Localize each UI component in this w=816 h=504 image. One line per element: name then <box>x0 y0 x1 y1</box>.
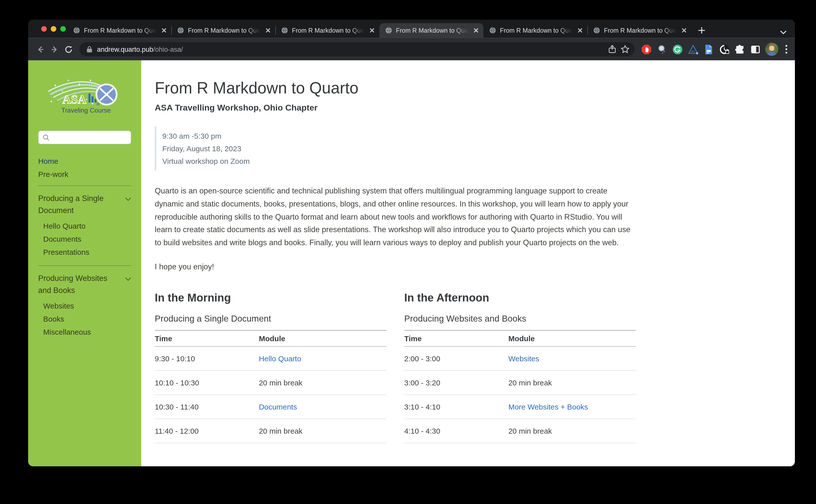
extensions-puzzle-icon[interactable] <box>734 44 745 55</box>
time-cell: 2:00 - 3:00 <box>404 346 508 371</box>
afternoon-column: In the Afternoon Producing Websites and … <box>404 291 636 443</box>
window-minimize-button[interactable] <box>51 26 56 32</box>
session-clock-extension-icon[interactable] <box>719 44 730 55</box>
time-cell: 11:40 - 12:00 <box>155 419 259 443</box>
globe-favicon <box>177 27 184 34</box>
sidebar-search-input[interactable] <box>38 131 131 144</box>
sidebar: ASA ® Traveling Course Home Pre-work Pro… <box>28 60 141 466</box>
grammarly-extension-icon[interactable] <box>672 44 683 55</box>
intro-paragraph: Quarto is an open-source scientific and … <box>155 184 636 249</box>
web-page: ASA ® Traveling Course Home Pre-work Pro… <box>28 60 795 466</box>
sidebar-item-home[interactable]: Home <box>38 155 131 168</box>
chevron-down-icon[interactable] <box>125 275 131 281</box>
afternoon-subheading: Producing Websites and Books <box>404 313 636 324</box>
sidebar-item-documents[interactable]: Documents <box>43 233 131 246</box>
table-row: 10:30 - 11:40 Documents <box>155 395 386 419</box>
morning-subheading: Producing a Single Document <box>155 313 386 324</box>
tab-close-icon[interactable] <box>161 27 167 34</box>
side-panel-icon[interactable] <box>750 44 761 55</box>
tab-search-chevron-icon[interactable] <box>780 30 787 35</box>
module-link[interactable]: Websites <box>508 346 636 371</box>
time-cell: 3:00 - 3:20 <box>404 371 508 395</box>
sidebar-nav: Home Pre-work Producing a Single Documen… <box>38 155 131 339</box>
module-cell: 20 min break <box>508 419 636 443</box>
tab-title: From R Markdown to Quar <box>604 27 679 34</box>
table-row: 10:10 - 10:30 20 min break <box>155 371 386 395</box>
module-cell: 20 min break <box>508 371 636 395</box>
sidebar-item-presentations[interactable]: Presentations <box>43 246 131 259</box>
tab-close-icon[interactable] <box>265 27 271 34</box>
sidebar-item-books[interactable]: Books <box>43 313 131 326</box>
event-details-callout: 9:30 am -5:30 pm Friday, August 18, 2023… <box>155 127 636 170</box>
chevron-down-icon[interactable] <box>125 195 131 201</box>
table-row: 9:30 - 10:10 Hello Quarto <box>155 346 386 371</box>
tab-title: From R Markdown to Quar <box>500 27 575 34</box>
schedule-grid: In the Morning Producing a Single Docume… <box>155 291 636 443</box>
url-path: /ohio-asa/ <box>153 45 183 53</box>
logo-registered-mark: ® <box>96 102 99 106</box>
asa-traveling-course-logo: ASA ® Traveling Course <box>44 74 125 117</box>
url-domain: andrew.quarto.pub <box>97 45 153 53</box>
sidebar-divider <box>38 265 131 266</box>
module-link[interactable]: More Websites + Books <box>508 395 636 419</box>
tab-6[interactable]: From R Markdown to Quar <box>587 23 691 38</box>
url-text[interactable]: andrew.quarto.pub/ohio-asa/ <box>97 45 183 53</box>
column-header-time: Time <box>155 330 259 346</box>
sidebar-item-websites[interactable]: Websites <box>43 299 131 313</box>
browser-menu-kebab-icon[interactable] <box>783 44 790 55</box>
module-link[interactable]: Documents <box>259 395 386 419</box>
traffic-lights <box>41 26 66 32</box>
toolbar: andrew.quarto.pub/ohio-asa/ <box>28 38 795 60</box>
extension-row: ax <box>641 43 790 56</box>
sidebar-item-prework[interactable]: Pre-work <box>38 168 131 181</box>
docs-extension-icon[interactable] <box>703 44 714 55</box>
tab-title: From R Markdown to Quar <box>84 27 159 34</box>
column-header-time: Time <box>404 330 508 346</box>
tab-close-icon[interactable] <box>473 27 479 34</box>
globe-favicon <box>73 27 80 34</box>
globe-favicon <box>385 27 392 34</box>
time-cell: 10:30 - 11:40 <box>155 395 259 419</box>
globe-favicon <box>489 27 496 34</box>
reload-button[interactable] <box>61 42 75 56</box>
adblock-extension-icon[interactable] <box>641 44 652 55</box>
profile-avatar[interactable] <box>765 43 778 56</box>
url-bar[interactable]: andrew.quarto.pub/ohio-asa/ <box>79 42 635 56</box>
lock-icon <box>86 46 92 53</box>
share-icon[interactable] <box>608 45 617 54</box>
tab-5[interactable]: From R Markdown to Quar <box>483 23 587 38</box>
mathjax-extension-icon[interactable]: ax <box>687 44 698 55</box>
browser-window: From R Markdown to Quar From R Markdown … <box>28 20 795 466</box>
tab-3[interactable]: From R Markdown to Quar <box>275 23 379 38</box>
tab-title: From R Markdown to Quar <box>396 27 471 34</box>
tab-4-active[interactable]: From R Markdown to Quar <box>379 23 483 38</box>
morning-column: In the Morning Producing a Single Docume… <box>155 291 386 443</box>
window-zoom-button[interactable] <box>60 26 66 32</box>
sidebar-item-miscellaneous[interactable]: Miscellaneous <box>43 326 131 339</box>
back-button[interactable] <box>33 42 47 56</box>
time-cell: 10:10 - 10:30 <box>155 371 259 395</box>
forward-button[interactable] <box>47 42 61 56</box>
afternoon-schedule-table: Time Module 2:00 - 3:00 Websites <box>404 330 636 443</box>
event-location: Virtual workshop on Zoom <box>162 155 636 167</box>
page-title: From R Markdown to Quarto <box>155 78 636 97</box>
tab-close-icon[interactable] <box>577 27 583 34</box>
sidebar-section-label: Producing a Single Document <box>38 194 104 215</box>
logo-asa-text: ASA <box>62 93 86 106</box>
globe-favicon <box>281 27 288 34</box>
sidebar-section-producing-websites-books[interactable]: Producing Websites and Books <box>38 271 131 297</box>
window-close-button[interactable] <box>41 26 47 32</box>
sidebar-section-producing-single-document[interactable]: Producing a Single Document <box>38 191 131 218</box>
search-icon <box>43 134 50 141</box>
table-row: 3:00 - 3:20 20 min break <box>404 371 636 395</box>
time-cell: 3:10 - 4:10 <box>404 395 508 419</box>
new-tab-button[interactable] <box>694 23 708 37</box>
tab-2[interactable]: From R Markdown to Quar <box>171 23 275 38</box>
tab-close-icon[interactable] <box>681 27 687 34</box>
module-link[interactable]: Hello Quarto <box>259 346 386 371</box>
search-rocket-extension-icon[interactable] <box>656 44 667 55</box>
bookmark-star-icon[interactable] <box>621 45 630 54</box>
sidebar-item-hello-quarto[interactable]: Hello Quarto <box>43 220 131 233</box>
tab-close-icon[interactable] <box>369 27 375 34</box>
tab-1[interactable]: From R Markdown to Quar <box>67 23 171 38</box>
